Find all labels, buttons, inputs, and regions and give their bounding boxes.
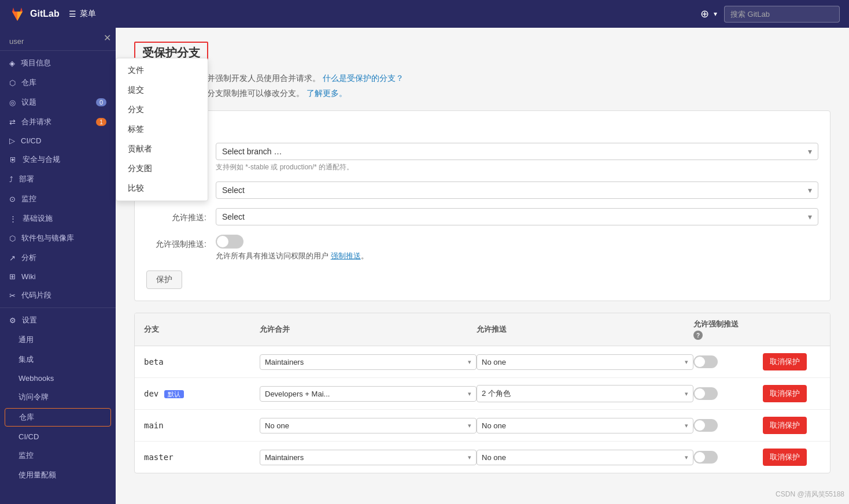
shield-icon: ⛨ <box>9 155 17 164</box>
wiki-icon: ⊞ <box>9 272 16 281</box>
sidebar-item-cicd[interactable]: ▷ CI/CD <box>0 132 116 150</box>
sidebar-item-usage-quota[interactable]: 使用量配额 <box>0 465 116 485</box>
unprotect-button-beta[interactable]: 取消保护 <box>763 353 807 370</box>
plus-icon[interactable]: ⊕ <box>700 8 709 20</box>
menu-toggle[interactable]: ☰ 菜单 <box>69 9 96 19</box>
sidebar-item-infra[interactable]: ⋮ 基础设施 <box>0 209 116 228</box>
force-push-link[interactable]: 强制推送 <box>331 251 361 260</box>
snippets-icon: ✂ <box>9 291 16 300</box>
protect-card-title: 保护分支 <box>146 123 818 134</box>
force-push-toggle-dev[interactable]: ✕ <box>693 387 718 400</box>
dropdown-item-commits[interactable]: 提交 <box>116 80 208 100</box>
sidebar: ✕ user ◈ 项目信息 ⬡ 仓库 ◎ 议题 0 ⇄ 合并请求 1 ▷ CI/… <box>0 28 116 504</box>
dropdown-item-graph[interactable]: 分支图 <box>116 159 208 179</box>
default-badge: 默认 <box>164 390 184 398</box>
sidebar-item-packages[interactable]: ⬡ 软件包与镜像库 <box>0 228 116 248</box>
col-allow-push: 允许推送 <box>477 324 693 335</box>
monitor-icon: ⊙ <box>9 195 16 203</box>
allow-push-select-beta[interactable]: No one ▾ <box>477 354 693 370</box>
force-push-toggle[interactable]: ✕ <box>216 235 243 249</box>
allow-push-row: 允许推送: Select ▾ <box>146 208 818 225</box>
force-push-note: 允许所有具有推送访问权限的用户 强制推送。 <box>216 251 818 261</box>
branch-hint: 支持例如 *-stable 或 production/* 的通配符。 <box>216 162 818 172</box>
page-desc1: 保持稳定的分支安全并强制开发人员使用合并请求。 什么是受保护的分支？ <box>134 73 830 84</box>
allow-push-select[interactable]: Select ▾ <box>216 208 818 225</box>
unprotect-button-dev[interactable]: 取消保护 <box>763 385 807 402</box>
table-header: 分支 允许合并 允许推送 允许强制推送 ? <box>135 313 830 346</box>
chevron-icon: ▾ <box>685 358 688 366</box>
sidebar-item-monitor[interactable]: ⊙ 监控 <box>0 189 116 209</box>
chevron-icon: ▾ <box>468 454 471 461</box>
force-push-help-icon[interactable]: ? <box>693 331 703 340</box>
sidebar-item-project-info[interactable]: ◈ 项目信息 <box>0 53 116 73</box>
page-desc2: 默认情况下，受保护分支限制推可以修改分支。 了解更多。 <box>134 88 830 99</box>
allow-merge-row: 允许合并: Select ▾ <box>146 181 818 199</box>
chevron-icon: ▾ <box>468 422 471 429</box>
toggle-knob <box>217 236 228 247</box>
col-branch: 分支 <box>144 324 260 335</box>
allow-merge-select-master[interactable]: Maintainers ▾ <box>260 450 477 465</box>
dropdown-item-contributors[interactable]: 贡献者 <box>116 139 208 159</box>
allow-push-beta: No one ▾ <box>477 354 693 370</box>
gitlab-logo[interactable]: GitLab <box>9 6 60 22</box>
packages-icon: ⬡ <box>9 234 16 243</box>
allow-push-select-main[interactable]: No one ▾ <box>477 418 693 433</box>
protect-button[interactable]: 保护 <box>146 270 182 289</box>
dropdown-item-files[interactable]: 文件 <box>116 61 208 80</box>
sidebar-item-settings[interactable]: ⚙ 设置 <box>0 310 116 330</box>
force-push-toggle-wrapper: ✕ <box>216 235 818 249</box>
toggle-knob <box>695 357 705 367</box>
allow-merge-select-dev[interactable]: Developers + Mai... ▾ <box>260 386 477 402</box>
sidebar-item-access-tokens[interactable]: 访问令牌 <box>0 387 116 407</box>
search-wrapper <box>724 6 840 23</box>
sidebar-close-button[interactable]: ✕ <box>104 32 111 43</box>
sidebar-item-repository[interactable]: ⬡ 仓库 <box>0 73 116 92</box>
branch-name-dev: dev 默认 <box>144 389 260 399</box>
sidebar-item-security[interactable]: ⛨ 安全与合规 <box>0 150 116 169</box>
allow-merge-select-main[interactable]: No one ▾ <box>260 418 477 433</box>
learn-more-link[interactable]: 了解更多。 <box>307 88 347 98</box>
chevron-down-icon[interactable]: ▾ <box>714 10 717 18</box>
actions-beta: 取消保护 <box>763 353 821 370</box>
sidebar-item-webhooks[interactable]: Webhooks <box>0 369 116 387</box>
branch-chevron-icon: ▾ <box>808 147 812 156</box>
sidebar-item-analytics[interactable]: ↗ 分析 <box>0 248 116 268</box>
force-push-dev: ✕ <box>693 387 763 400</box>
allow-merge-select-beta[interactable]: Maintainers ▾ <box>260 354 477 370</box>
chevron-icon: ▾ <box>685 390 688 398</box>
branch-select[interactable]: Select branch … ▾ <box>216 143 818 160</box>
analytics-icon: ↗ <box>9 254 16 262</box>
sidebar-item-cicd-settings[interactable]: CI/CD <box>0 428 116 446</box>
force-push-toggle-master[interactable]: ✕ <box>693 451 718 464</box>
sidebar-item-deploy[interactable]: ⤴ 部署 <box>0 169 116 189</box>
chevron-icon: ▾ <box>685 422 688 429</box>
sidebar-item-merge-requests[interactable]: ⇄ 合并请求 1 <box>0 112 116 132</box>
search-input[interactable] <box>724 6 840 23</box>
sidebar-item-general[interactable]: 通用 <box>0 330 116 350</box>
allow-push-select-dev[interactable]: 2 个角色 ▾ <box>477 385 693 402</box>
unprotect-button-master[interactable]: 取消保护 <box>763 449 807 466</box>
force-push-toggle-beta[interactable]: ✕ <box>693 355 718 368</box>
allow-push-field: Select ▾ <box>216 208 818 225</box>
actions-dev: 取消保护 <box>763 385 821 402</box>
dropdown-item-compare[interactable]: 比较 <box>116 179 208 198</box>
allow-merge-main: No one ▾ <box>260 418 477 433</box>
force-push-toggle-main[interactable]: ✕ <box>693 419 718 432</box>
dropdown-item-tags[interactable]: 标签 <box>116 120 208 139</box>
sidebar-item-integrations[interactable]: 集成 <box>0 350 116 369</box>
allow-merge-select[interactable]: Select ▾ <box>216 181 818 199</box>
unprotect-button-main[interactable]: 取消保护 <box>763 417 807 434</box>
dropdown-item-branches[interactable]: 分支 <box>116 100 208 120</box>
protect-branch-card: 保护分支 分支: Select branch … ▾ 支持例如 *-stable… <box>134 110 830 301</box>
sidebar-item-wiki[interactable]: ⊞ Wiki <box>0 268 116 286</box>
sidebar-item-monitor-settings[interactable]: 监控 <box>0 446 116 465</box>
sidebar-item-repo-settings[interactable]: 仓库 <box>5 408 111 427</box>
top-nav-icons: ⊕ ▾ <box>700 8 717 20</box>
protected-branches-table: 分支 允许合并 允许推送 允许强制推送 ? beta Maintainers ▾ <box>134 313 830 473</box>
allow-push-select-master[interactable]: No one ▾ <box>477 450 693 465</box>
sidebar-item-issues[interactable]: ◎ 议题 0 <box>0 92 116 112</box>
sidebar-item-snippets[interactable]: ✂ 代码片段 <box>0 286 116 305</box>
force-push-main: ✕ <box>693 419 763 432</box>
issues-icon: ◎ <box>9 98 16 107</box>
protected-branch-link[interactable]: 什么是受保护的分支？ <box>323 73 404 83</box>
